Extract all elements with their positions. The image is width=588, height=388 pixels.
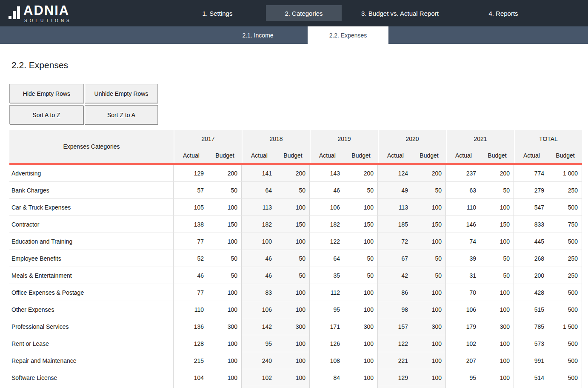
actual-value-cell[interactable] xyxy=(514,386,548,388)
budget-value-cell[interactable]: 500 xyxy=(548,369,582,386)
actual-value-cell[interactable]: 52 xyxy=(174,250,208,267)
actual-value-cell[interactable]: 98 xyxy=(378,301,412,318)
actual-value-cell[interactable]: 63 xyxy=(446,182,480,198)
budget-value-cell[interactable]: 100 xyxy=(344,233,378,250)
budget-value-cell[interactable]: 200 xyxy=(276,165,310,181)
category-cell[interactable]: Rent or Lease xyxy=(9,335,174,352)
budget-value-cell[interactable]: 100 xyxy=(276,369,310,386)
budget-value-cell[interactable]: 50 xyxy=(412,250,446,267)
actual-value-cell[interactable]: 221 xyxy=(378,352,412,369)
category-cell[interactable]: Software License xyxy=(9,369,174,386)
actual-value-cell[interactable]: 86 xyxy=(378,284,412,301)
actual-value-cell[interactable]: 138 xyxy=(174,216,208,233)
actual-value-cell[interactable]: 95 xyxy=(446,369,480,386)
category-cell[interactable]: Other Expenses xyxy=(9,301,174,318)
budget-value-cell[interactable]: 50 xyxy=(480,182,514,198)
budget-value-cell[interactable]: 750 xyxy=(548,216,582,233)
actual-value-cell[interactable]: 179 xyxy=(446,318,480,335)
actual-value-cell[interactable]: 268 xyxy=(514,250,548,267)
budget-value-cell[interactable]: 50 xyxy=(276,267,310,284)
actual-value-cell[interactable]: 95 xyxy=(242,335,276,352)
actual-value-cell[interactable] xyxy=(242,386,276,388)
actual-value-cell[interactable]: 95 xyxy=(310,301,344,318)
actual-value-cell[interactable]: 207 xyxy=(446,352,480,369)
actual-value-cell[interactable]: 106 xyxy=(446,301,480,318)
budget-value-cell[interactable] xyxy=(412,386,446,388)
budget-value-cell[interactable]: 100 xyxy=(208,369,242,386)
budget-value-cell[interactable]: 100 xyxy=(412,335,446,352)
budget-value-cell[interactable]: 100 xyxy=(480,301,514,318)
budget-value-cell[interactable]: 500 xyxy=(548,352,582,369)
budget-value-cell[interactable]: 100 xyxy=(412,233,446,250)
actual-value-cell[interactable]: 428 xyxy=(514,284,548,301)
actual-value-cell[interactable]: 102 xyxy=(242,369,276,386)
budget-value-cell[interactable]: 1 500 xyxy=(548,318,582,335)
actual-value-cell[interactable]: 124 xyxy=(378,165,412,181)
actual-value-cell[interactable]: 200 xyxy=(514,267,548,284)
budget-value-cell[interactable]: 50 xyxy=(480,267,514,284)
budget-value-cell[interactable]: 100 xyxy=(344,301,378,318)
unhide-empty-rows-button[interactable]: Unhide Empty Rows xyxy=(85,84,158,103)
tab-settings[interactable]: 1. Settings xyxy=(179,0,256,26)
category-cell[interactable]: Employee Benefits xyxy=(9,250,174,267)
actual-value-cell[interactable]: 129 xyxy=(378,369,412,386)
budget-value-cell[interactable]: 100 xyxy=(208,284,242,301)
budget-value-cell[interactable]: 1 000 xyxy=(548,165,582,181)
budget-value-cell[interactable]: 100 xyxy=(412,352,446,369)
actual-value-cell[interactable]: 182 xyxy=(242,216,276,233)
budget-value-cell[interactable]: 100 xyxy=(480,199,514,216)
actual-value-cell[interactable]: 106 xyxy=(310,199,344,216)
budget-value-cell[interactable]: 200 xyxy=(208,165,242,181)
subtab-expenses[interactable]: 2.2. Expenses xyxy=(308,26,388,44)
actual-value-cell[interactable]: 182 xyxy=(310,216,344,233)
actual-value-cell[interactable]: 833 xyxy=(514,216,548,233)
category-cell[interactable] xyxy=(9,386,174,388)
budget-value-cell[interactable]: 100 xyxy=(276,199,310,216)
budget-value-cell[interactable]: 100 xyxy=(412,199,446,216)
budget-value-cell[interactable]: 100 xyxy=(344,199,378,216)
budget-value-cell[interactable]: 150 xyxy=(208,216,242,233)
budget-value-cell[interactable]: 150 xyxy=(480,216,514,233)
actual-value-cell[interactable] xyxy=(310,386,344,388)
actual-value-cell[interactable]: 146 xyxy=(446,216,480,233)
budget-value-cell[interactable]: 50 xyxy=(276,182,310,198)
hide-empty-rows-button[interactable]: Hide Empty Rows xyxy=(9,84,84,103)
actual-value-cell[interactable]: 141 xyxy=(242,165,276,181)
sort-a-to-z-button[interactable]: Sort A to Z xyxy=(9,105,83,124)
actual-value-cell[interactable]: 547 xyxy=(514,199,548,216)
actual-value-cell[interactable]: 126 xyxy=(310,335,344,352)
actual-value-cell[interactable]: 70 xyxy=(446,284,480,301)
actual-value-cell[interactable]: 110 xyxy=(174,301,208,318)
category-cell[interactable]: Repair and Maintenance xyxy=(9,352,174,369)
actual-value-cell[interactable]: 515 xyxy=(514,301,548,318)
actual-value-cell[interactable]: 136 xyxy=(174,318,208,335)
budget-value-cell[interactable]: 50 xyxy=(480,250,514,267)
actual-value-cell[interactable]: 128 xyxy=(174,335,208,352)
budget-value-cell[interactable]: 100 xyxy=(412,369,446,386)
actual-value-cell[interactable]: 106 xyxy=(242,301,276,318)
budget-value-cell[interactable]: 50 xyxy=(344,182,378,198)
budget-value-cell[interactable]: 250 xyxy=(548,267,582,284)
budget-value-cell[interactable]: 100 xyxy=(480,369,514,386)
actual-value-cell[interactable]: 108 xyxy=(310,352,344,369)
tab-budget-vs-actual-report[interactable]: 3. Budget vs. Actual Report xyxy=(349,0,451,26)
category-cell[interactable]: Bank Charges xyxy=(9,182,174,198)
budget-value-cell[interactable]: 100 xyxy=(480,284,514,301)
budget-value-cell[interactable]: 500 xyxy=(548,335,582,352)
budget-value-cell[interactable]: 50 xyxy=(412,182,446,198)
budget-value-cell[interactable]: 150 xyxy=(276,216,310,233)
actual-value-cell[interactable]: 35 xyxy=(310,267,344,284)
budget-value-cell[interactable]: 300 xyxy=(276,318,310,335)
category-cell[interactable]: Car & Truck Expenses xyxy=(9,199,174,216)
budget-value-cell[interactable]: 100 xyxy=(276,335,310,352)
actual-value-cell[interactable]: 122 xyxy=(310,233,344,250)
actual-value-cell[interactable]: 67 xyxy=(378,250,412,267)
category-cell[interactable]: Meals & Entertainment xyxy=(9,267,174,284)
actual-value-cell[interactable]: 279 xyxy=(514,182,548,198)
actual-value-cell[interactable]: 240 xyxy=(242,352,276,369)
actual-value-cell[interactable]: 142 xyxy=(242,318,276,335)
actual-value-cell[interactable] xyxy=(378,386,412,388)
actual-value-cell[interactable]: 129 xyxy=(174,165,208,181)
budget-value-cell[interactable]: 100 xyxy=(344,284,378,301)
budget-value-cell[interactable]: 100 xyxy=(344,352,378,369)
